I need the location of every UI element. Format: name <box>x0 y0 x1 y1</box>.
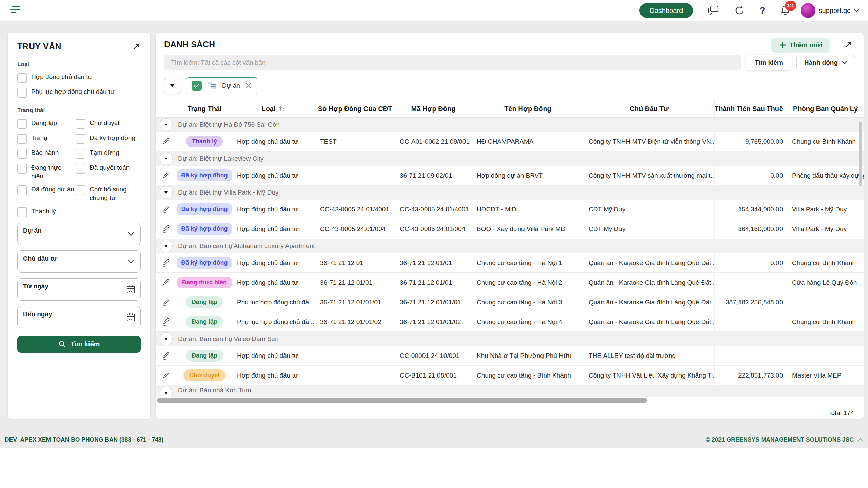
add-new-button[interactable]: Thêm mới <box>771 38 830 53</box>
project-select[interactable]: Dự án <box>17 223 141 245</box>
contract-code-cell: 36-71 21 12 01/01/01 <box>395 292 472 312</box>
edit-row-button[interactable] <box>156 132 177 151</box>
chevron-down-icon <box>121 223 140 245</box>
close-icon[interactable] <box>245 83 252 89</box>
contract-code-cell: CC-00001 24.10/001 <box>395 346 472 365</box>
column-header[interactable]: Số Hợp Đồng Của CĐT <box>315 100 395 117</box>
calendar-icon[interactable] <box>121 306 140 328</box>
checkbox[interactable] <box>17 149 27 159</box>
from-date-field[interactable]: Từ ngày <box>17 278 141 301</box>
total-count: Total 174 <box>156 409 864 417</box>
notifications-bell-icon[interactable]: 341 <box>780 5 790 16</box>
column-header[interactable]: Tên Hợp Đồng <box>472 100 584 117</box>
edit-row-button[interactable] <box>156 346 177 365</box>
checkbox[interactable] <box>17 88 27 98</box>
group-collapse-button[interactable] <box>160 332 173 345</box>
status-badge: Đang lập <box>186 350 223 362</box>
column-header[interactable]: Mã Hợp Đồng <box>395 100 472 117</box>
group-chip-checkbox[interactable] <box>192 81 202 91</box>
group-collapse-button[interactable] <box>160 387 173 397</box>
checkbox[interactable] <box>76 164 85 174</box>
amount-cell: 0.00 <box>714 166 787 185</box>
investor-select[interactable]: Chủ đầu tư <box>17 250 141 273</box>
project-select-label: Dự án <box>23 227 42 235</box>
vertical-scrollbar[interactable] <box>859 122 862 186</box>
edit-row-button[interactable] <box>156 200 177 219</box>
contract-code-cell: CC-A01-0002 21.09/001 <box>395 132 472 151</box>
refresh-icon[interactable] <box>734 5 745 16</box>
group-collapse-button[interactable] <box>160 186 173 199</box>
investor-cell: CĐT Mỹ Duy <box>584 200 714 219</box>
edit-row-button[interactable] <box>156 166 177 185</box>
edit-row-button[interactable] <box>156 219 177 239</box>
checkbox-label: Hợp đồng chủ đầu tư <box>31 73 92 81</box>
query-sidebar: TRUY VẤN Loại Hợp đồng chủ đầu tưPhụ lục… <box>7 33 151 419</box>
checkbox[interactable] <box>17 73 27 83</box>
edit-row-button[interactable] <box>156 312 177 331</box>
checkbox[interactable] <box>76 149 85 159</box>
investor-cell: Quán ăn - Karaoke Gia đình Làng Quê Đất … <box>584 292 714 312</box>
type-cell: Phụ lục hợp đồng chủ đầ... <box>232 292 315 312</box>
department-cell: Chung cư Bình Khánh <box>787 132 864 151</box>
type-cell: Hợp đồng chủ đầu tư <box>232 273 315 292</box>
contract-number-cell <box>315 366 395 385</box>
type-cell: Hợp đồng chủ đầu tư <box>232 253 315 272</box>
investor-cell: Công ty TNHH MTV Điện tử viễn thông VN..… <box>584 132 714 151</box>
checkbox[interactable] <box>17 119 27 129</box>
edit-row-button[interactable] <box>156 366 177 385</box>
column-header[interactable]: Chủ Đầu Tư <box>584 100 714 117</box>
group-collapse-button[interactable] <box>160 240 173 252</box>
sidebar-search-button[interactable]: Tìm kiếm <box>17 336 141 353</box>
checkbox[interactable] <box>76 134 85 144</box>
actions-button[interactable]: Hành động <box>796 55 855 70</box>
checkbox[interactable] <box>17 134 27 144</box>
group-collapse-button[interactable] <box>160 152 173 165</box>
checkbox-option: Đang lập <box>17 119 74 129</box>
list-expand-icon[interactable] <box>844 40 853 49</box>
group-by-chip: Dự án <box>186 77 257 94</box>
column-header[interactable]: Loại <box>232 100 315 117</box>
sidebar-expand-icon[interactable] <box>132 42 141 51</box>
horizontal-scrollbar[interactable] <box>157 398 647 403</box>
chat-icon[interactable] <box>708 5 719 16</box>
status-cell: Đang thực hiện <box>177 273 232 292</box>
help-icon[interactable]: ? <box>760 5 765 16</box>
hamburger-menu-icon[interactable] <box>10 6 22 15</box>
investor-cell: Quán ăn - Karaoke Gia đình Làng Quê Đất … <box>584 253 714 272</box>
footer-copyright: © 2021 GREENSYS MANAGEMENT SOLUTIONS JSC <box>706 436 854 443</box>
edit-row-button[interactable] <box>156 273 177 292</box>
group-row: Dự án: Biệt thự Lakeview City <box>156 151 864 166</box>
table-row: Thanh lýHợp đồng chủ đầu tưTESTCC-A01-00… <box>156 132 864 151</box>
calendar-icon[interactable] <box>121 279 140 300</box>
status-cell: Đang lập <box>177 292 232 312</box>
column-header[interactable]: Trạng Thái <box>177 100 232 117</box>
checkbox-option: Trả lại <box>17 134 74 144</box>
user-menu[interactable]: support.gc <box>801 3 859 18</box>
checkbox[interactable] <box>17 185 27 195</box>
check-icon <box>194 83 200 88</box>
checkbox[interactable] <box>76 185 85 195</box>
edit-row-button[interactable] <box>156 292 177 312</box>
amount-cell: 9,765,000.00 <box>714 132 787 151</box>
edit-row-button[interactable] <box>156 253 177 272</box>
checkbox[interactable] <box>17 207 27 217</box>
column-header[interactable]: Phòng Ban Quản Lý <box>787 100 864 117</box>
checkbox[interactable] <box>76 119 85 129</box>
to-date-field[interactable]: Đến ngày <box>17 306 141 328</box>
checkbox-option: Đã quyết toán <box>76 164 141 180</box>
status-cell: Thanh lý <box>177 132 232 151</box>
checkbox-label: Đã ký hợp đồng <box>90 134 135 142</box>
group-collapse-button[interactable] <box>160 118 173 131</box>
investor-cell: Quán ăn - Karaoke Gia đình Làng Quê Đất … <box>584 312 714 331</box>
department-cell: Cửa hàng Lê Quý Đôn <box>787 273 864 292</box>
checkbox[interactable] <box>17 164 27 174</box>
table-search-button[interactable]: Tìm kiếm <box>746 55 791 70</box>
table-search-input[interactable] <box>164 55 741 70</box>
checkbox-label: Chờ bổ sung chứng từ <box>90 185 141 202</box>
column-header[interactable]: Thành Tiền Sau Thuế <box>714 100 787 117</box>
dashboard-button[interactable]: Dashboard <box>639 3 693 18</box>
chevron-up-icon[interactable] <box>857 438 863 442</box>
topbar: Dashboard ? 341 <box>0 0 868 21</box>
group-dropdown-button[interactable] <box>164 78 180 94</box>
contract-code-cell: CC-43-0005 24.01/004 <box>395 219 472 239</box>
